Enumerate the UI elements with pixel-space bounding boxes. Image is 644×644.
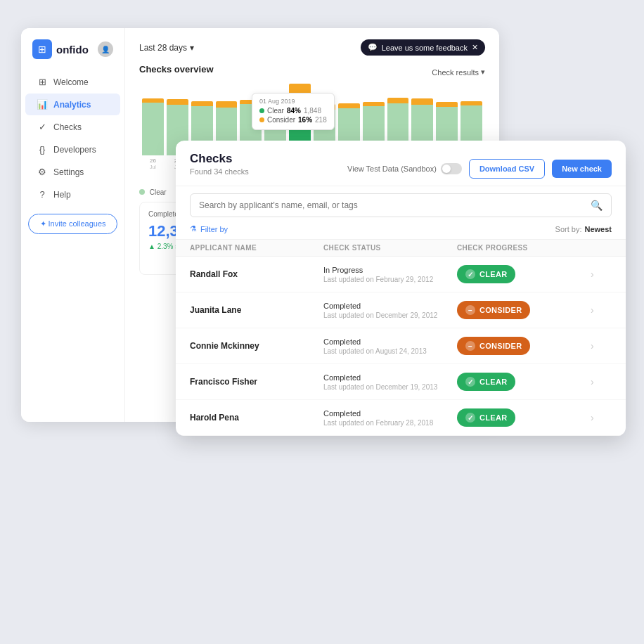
search-icon: 🔍: [591, 200, 603, 211]
tooltip-consider-label: Consider: [267, 116, 295, 124]
tooltip-consider-pct: 16%: [298, 116, 312, 124]
sidebar: onfido 👤 ⊞ Welcome 📊 Analytics ✓ Checks …: [21, 28, 125, 422]
grid-icon: ⊞: [37, 77, 48, 87]
badge-label-1: CONSIDER: [479, 306, 522, 314]
chevron-down-icon: ▾: [190, 43, 194, 53]
chart-tooltip: 01 Aug 2019 Clear 84% 1,848 Consider 16%…: [252, 93, 335, 130]
check-progress-2: − CONSIDER: [457, 337, 591, 355]
clear-dot: [259, 108, 264, 113]
checks-table: Randall Fox In Progress Last updated on …: [176, 257, 626, 436]
sandbox-switch[interactable]: [441, 163, 462, 174]
checks-overview-title: Checks overview: [139, 64, 214, 75]
date-range[interactable]: Last 28 days ▾: [139, 43, 194, 53]
settings-icon: ⚙: [37, 167, 48, 177]
sort-by: Sort by: Newest: [555, 225, 612, 233]
filter-row: ⚗ Filter by Sort by: Newest: [176, 224, 626, 239]
consider-dot: [259, 117, 264, 122]
filter-by-button[interactable]: ⚗ Filter by: [190, 224, 228, 233]
help-icon: ?: [37, 189, 48, 200]
new-check-button[interactable]: New check: [552, 160, 612, 178]
bar-group-0: 26Jul: [142, 98, 164, 170]
bar-clear-0: [142, 103, 164, 155]
sidebar-label-settings: Settings: [53, 167, 84, 177]
tooltip-clear-pct: 84%: [287, 107, 301, 115]
table-row-0[interactable]: Randall Fox In Progress Last updated on …: [176, 257, 626, 292]
col-check-progress: CHECK PROGRESS: [457, 244, 591, 252]
bar-consider-3: [216, 101, 238, 108]
check-progress-3: ✓ CLEAR: [457, 373, 591, 391]
applicant-name-3: Francisco Fisher: [190, 377, 323, 387]
col-applicant-name: APPLICANT NAME: [190, 244, 323, 252]
check-status-1: Completed Last updated on December 29, 2…: [323, 302, 457, 319]
badge-label-2: CONSIDER: [479, 342, 522, 350]
sidebar-label-welcome: Welcome: [53, 77, 89, 87]
check-results-button[interactable]: Check results ▾: [432, 67, 485, 77]
sidebar-item-help[interactable]: ? Help: [25, 183, 120, 205]
table-row-4[interactable]: Harold Pena Completed Last updated on Fe…: [176, 400, 626, 436]
avatar[interactable]: 👤: [98, 41, 113, 57]
badge-icon-0: ✓: [465, 269, 475, 279]
feedback-banner[interactable]: 💬 Leave us some feedback ✕: [361, 39, 485, 56]
checks-subtitle: Found 34 checks: [190, 167, 249, 176]
applicant-name-1: Juanita Lane: [190, 305, 323, 315]
table-row-3[interactable]: Francisco Fisher Completed Last updated …: [176, 364, 626, 400]
applicant-name-2: Connie Mckinney: [190, 341, 323, 351]
sandbox-label: View Test Data (Sandbox): [347, 165, 437, 173]
bar-consider-11: [411, 98, 433, 105]
tooltip-consider-count: 218: [315, 116, 327, 124]
analytics-header: Last 28 days ▾ 💬 Leave us some feedback …: [139, 39, 485, 56]
table-header: APPLICANT NAME CHECK STATUS CHECK PROGRE…: [176, 239, 626, 257]
chevron-down-icon: ▾: [481, 67, 485, 77]
tooltip-clear-row: Clear 84% 1,848: [259, 107, 327, 115]
search-input[interactable]: [199, 200, 585, 210]
badge-icon-4: ✓: [465, 413, 475, 423]
tooltip-date: 01 Aug 2019: [259, 98, 327, 105]
sidebar-item-welcome[interactable]: ⊞ Welcome: [25, 71, 120, 93]
row-chevron-4: ›: [591, 412, 612, 423]
sidebar-item-settings[interactable]: ⚙ Settings: [25, 161, 120, 183]
col-empty: [591, 244, 612, 252]
badge-icon-2: −: [465, 341, 475, 351]
row-chevron-1: ›: [591, 304, 612, 316]
bar-consider-1: [167, 99, 188, 105]
sidebar-item-analytics[interactable]: 📊 Analytics: [25, 94, 120, 115]
logo-text: onfido: [56, 44, 89, 56]
logo-icon: [32, 39, 52, 59]
check-progress-4: ✓ CLEAR: [457, 408, 591, 427]
download-csv-button[interactable]: Download CSV: [469, 159, 545, 179]
progress-badge-0: ✓ CLEAR: [457, 265, 515, 283]
close-icon[interactable]: ✕: [472, 43, 478, 52]
check-status-4: Completed Last updated on February 28, 2…: [323, 409, 457, 427]
invite-button[interactable]: ✦ Invite colleagues: [28, 214, 117, 234]
table-row-1[interactable]: Juanita Lane Completed Last updated on D…: [176, 292, 626, 328]
sidebar-label-developers: Developers: [53, 145, 96, 155]
checks-header: Checks Found 34 checks View Test Data (S…: [176, 141, 626, 186]
applicant-name-0: Randall Fox: [190, 269, 323, 279]
sidebar-label-checks: Checks: [53, 122, 82, 132]
bar-consider-12: [436, 102, 458, 107]
table-row-2[interactable]: Connie Mckinney Completed Last updated o…: [176, 328, 626, 364]
tooltip-clear-count: 1,848: [304, 107, 321, 115]
sidebar-item-checks[interactable]: ✓ Checks: [25, 116, 120, 138]
check-status-2: Completed Last updated on August 24, 201…: [323, 337, 457, 355]
row-chevron-0: ›: [591, 269, 612, 280]
dev-icon: {}: [37, 144, 48, 155]
check-progress-1: − CONSIDER: [457, 301, 591, 319]
feedback-icon: 💬: [368, 43, 378, 52]
bar-label-0: 26Jul: [150, 157, 156, 170]
bar-consider-10: [387, 98, 409, 103]
badge-icon-3: ✓: [465, 377, 475, 387]
sidebar-label-analytics: Analytics: [53, 100, 91, 110]
filter-icon: ⚗: [190, 224, 197, 233]
badge-label-4: CLEAR: [479, 413, 507, 422]
checks-icon: ✓: [37, 122, 48, 132]
sort-value[interactable]: Newest: [584, 225, 612, 233]
sandbox-toggle: View Test Data (Sandbox): [347, 163, 462, 174]
sidebar-label-help: Help: [53, 190, 71, 200]
check-status-0: In Progress Last updated on February 29,…: [323, 266, 457, 283]
checks-panel: Checks Found 34 checks View Test Data (S…: [176, 141, 626, 436]
sidebar-item-developers[interactable]: {} Developers: [25, 139, 120, 160]
bar-consider-8: [338, 103, 360, 108]
tooltip-consider-row: Consider 16% 218: [259, 116, 327, 124]
clear-legend: Clear: [139, 188, 167, 196]
